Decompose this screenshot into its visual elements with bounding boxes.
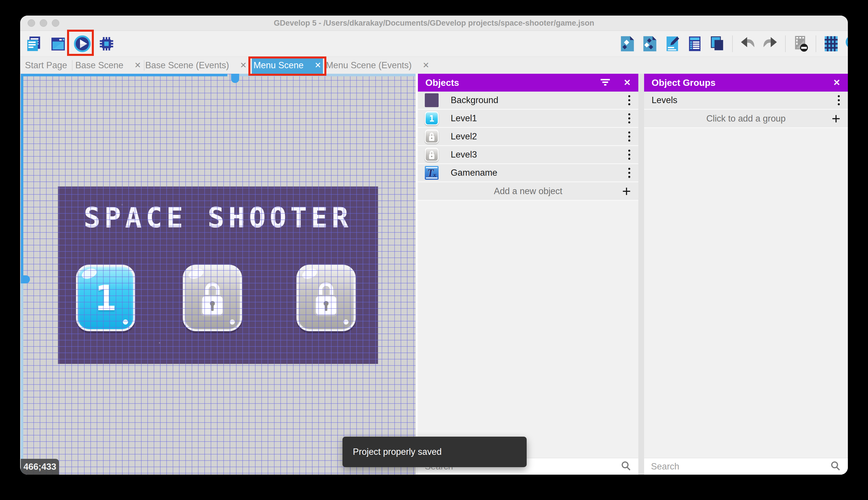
screenshot-stage: GDevelop 5 - /Users/dkarakay/Documents/G… [0, 0, 868, 500]
row-menu-icon[interactable] [628, 95, 630, 105]
gloss-dot [343, 319, 349, 325]
object-groups-panel-icon[interactable] [641, 34, 659, 53]
objects-panel-icon[interactable] [618, 34, 637, 53]
object-row-level1[interactable]: 1 Level1 [418, 110, 638, 128]
level1-button-instance[interactable]: 1 [76, 265, 135, 331]
object-name: Level1 [451, 113, 477, 124]
object-groups-header: Object Groups [644, 74, 848, 92]
tab-label: Base Scene [75, 60, 124, 70]
minimize-window-button[interactable] [40, 19, 47, 27]
tab-menu-scene-events[interactable]: Menu Scene (Events) [326, 57, 430, 74]
scrollbar-thumb[interactable] [21, 275, 30, 283]
scrollbar-track [21, 283, 23, 475]
toolbar-divider [732, 35, 733, 52]
group-row-levels[interactable]: Levels [644, 92, 848, 110]
editor-tabs: Start Page Base Scene Base Scene (Events… [20, 56, 848, 74]
plus-icon[interactable] [832, 111, 840, 126]
toast-message: Project properly saved [353, 447, 442, 457]
zoom-window-button[interactable] [52, 19, 59, 27]
add-object-row[interactable]: Add a new object [418, 182, 638, 201]
panel-header-actions [600, 78, 631, 88]
traffic-lights [28, 19, 59, 27]
add-group-label: Click to add a group [706, 113, 786, 124]
tab-start-page[interactable]: Start Page [20, 57, 72, 74]
close-panel-icon[interactable] [624, 78, 631, 87]
zoom-options-icon[interactable]: 1:1 [844, 34, 848, 53]
close-tab-icon[interactable] [315, 61, 321, 69]
object-row-background[interactable]: Background [418, 92, 638, 110]
properties-panel-icon[interactable] [663, 34, 681, 53]
object-name: Level2 [451, 131, 477, 142]
tab-base-scene-events[interactable]: Base Scene (Events) [144, 57, 247, 74]
object-row-level3[interactable]: Level3 [418, 146, 638, 164]
tab-label: Menu Scene [254, 60, 304, 70]
start-page-window-icon[interactable] [49, 34, 67, 53]
row-menu-icon[interactable] [628, 150, 630, 160]
scrollbar-thumb[interactable] [231, 74, 239, 83]
plus-icon[interactable] [622, 184, 631, 199]
layers-panel-icon[interactable] [708, 34, 726, 53]
tab-base-scene[interactable]: Base Scene [72, 57, 144, 74]
close-tab-icon[interactable] [240, 61, 247, 69]
object-row-gamename[interactable]: Gamename [418, 164, 638, 182]
filter-icon[interactable] [600, 78, 610, 88]
lock-icon [197, 278, 227, 319]
horizontal-scrollbar[interactable] [21, 74, 415, 76]
scene-editor-canvas[interactable]: SPACE SHOOTER 1 [21, 74, 415, 475]
row-menu-icon[interactable] [628, 168, 630, 178]
level2-button-instance[interactable] [183, 265, 242, 331]
group-name: Levels [652, 95, 678, 105]
lock-thumbnail [425, 148, 438, 162]
cursor-coordinates-badge: 466;433 [21, 459, 59, 475]
toolbar-left-group [25, 34, 116, 53]
toggle-window-mask-icon[interactable] [791, 34, 810, 53]
preview-play-icon[interactable] [73, 34, 92, 53]
scrollbar-track-filled [21, 74, 227, 76]
vertical-scrollbar[interactable] [21, 74, 23, 475]
panel-title: Objects [425, 78, 459, 88]
close-tab-icon[interactable] [134, 61, 141, 69]
search-icon[interactable] [830, 461, 841, 473]
main-toolbar: 1:1 [20, 31, 848, 56]
save-toast: Project properly saved [342, 436, 527, 467]
tab-label: Base Scene (Events) [145, 60, 229, 70]
close-tab-icon[interactable] [422, 61, 429, 69]
scrollbar-track [239, 74, 415, 76]
redo-icon[interactable] [761, 34, 779, 53]
toggle-grid-icon[interactable] [822, 34, 840, 53]
panel-title: Object Groups [652, 78, 715, 88]
project-manager-icon[interactable] [25, 34, 43, 53]
scene-background-instance[interactable]: SPACE SHOOTER 1 [58, 186, 378, 364]
lock-icon [311, 278, 341, 319]
level-number: 1 [95, 278, 116, 319]
tab-menu-scene[interactable]: Menu Scene [252, 57, 323, 74]
object-name: Gamename [451, 168, 497, 178]
groups-search-row [644, 458, 848, 475]
toolbar-divider [785, 35, 786, 52]
close-window-button[interactable] [28, 19, 35, 27]
add-group-row[interactable]: Click to add a group [644, 110, 848, 128]
tab-label: Menu Scene (Events) [326, 60, 412, 70]
debugger-icon[interactable] [97, 34, 116, 53]
row-menu-icon[interactable] [838, 95, 840, 105]
level1-thumbnail: 1 [425, 112, 438, 125]
window-title: GDevelop 5 - /Users/dkarakay/Documents/G… [78, 15, 790, 31]
undo-icon[interactable] [739, 34, 757, 53]
object-groups-panel: Object Groups Levels Click to add a grou… [644, 74, 848, 475]
object-row-level2[interactable]: Level2 [418, 128, 638, 146]
canvas-panel-gap [415, 74, 418, 475]
gdevelop-window: GDevelop 5 - /Users/dkarakay/Documents/G… [20, 15, 848, 475]
tab-label: Start Page [25, 60, 67, 70]
level3-button-instance[interactable] [296, 265, 356, 331]
toolbar-divider [816, 35, 816, 52]
instances-list-icon[interactable] [685, 34, 704, 53]
groups-search-input[interactable] [651, 462, 830, 472]
row-menu-icon[interactable] [628, 113, 630, 124]
gloss-dot [123, 319, 128, 325]
row-menu-icon[interactable] [628, 132, 630, 142]
background-thumbnail [425, 93, 438, 107]
lock-thumbnail [425, 129, 438, 144]
close-panel-icon[interactable] [833, 78, 840, 87]
search-icon[interactable] [621, 461, 631, 473]
game-title-text[interactable]: SPACE SHOOTER [58, 202, 378, 234]
